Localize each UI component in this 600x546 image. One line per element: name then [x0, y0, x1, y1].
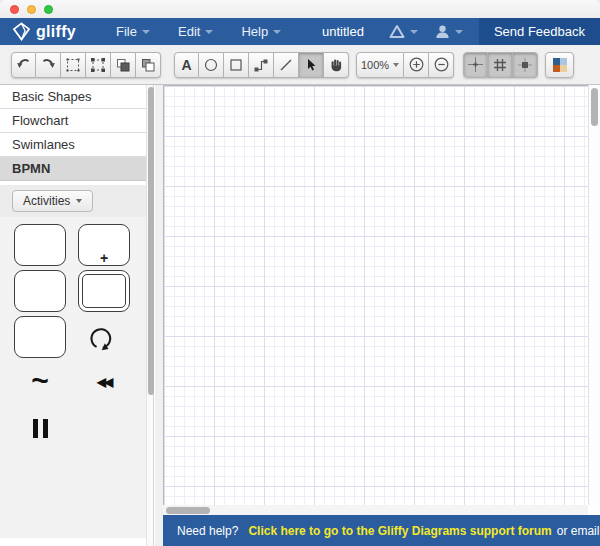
snap-to-grid-toggle[interactable]: [513, 52, 538, 78]
close-window-button[interactable]: [10, 5, 19, 14]
sidebar-item-swimlanes[interactable]: Swimlanes: [0, 133, 146, 157]
google-drive-icon: [388, 24, 406, 40]
shape-transaction-task[interactable]: [14, 270, 66, 312]
send-to-back-button[interactable]: [136, 52, 161, 78]
ellipse-icon: [203, 57, 219, 73]
user-icon: [434, 24, 451, 40]
sidebar-item-basic-shapes[interactable]: Basic Shapes: [0, 85, 146, 109]
help-footer: Need help? Click here to go to the Gliff…: [163, 515, 600, 546]
panel-divider: [155, 85, 163, 546]
shape-palette: + ~ ◀◀: [0, 217, 146, 538]
drawing-guides-toggle[interactable]: [463, 52, 488, 78]
show-grid-toggle[interactable]: [488, 52, 513, 78]
zoom-in-button[interactable]: [404, 52, 429, 78]
send-feedback-button[interactable]: Send Feedback: [479, 18, 600, 45]
redo-icon: [40, 57, 56, 73]
double-border-icon: [82, 274, 126, 308]
theme-picker-button[interactable]: [545, 52, 574, 78]
sidebar-item-bpmn[interactable]: BPMN: [0, 157, 146, 181]
minimize-window-button[interactable]: [27, 5, 36, 14]
gliffy-logo-text: gliffy: [36, 23, 76, 41]
shape-task[interactable]: [14, 224, 66, 266]
support-forum-link[interactable]: Click here to go to the Gliffy Diagrams …: [248, 524, 551, 538]
adhoc-marker[interactable]: ~: [14, 364, 66, 398]
chevron-down-icon: [205, 30, 213, 34]
pointer-cursor-icon: [303, 57, 319, 73]
hand-tool-button[interactable]: [324, 52, 349, 78]
line-tool-button[interactable]: [274, 52, 299, 78]
chevron-down-icon: [142, 30, 150, 34]
redo-button[interactable]: [36, 52, 61, 78]
rectangle-icon: [228, 57, 244, 73]
pointer-tool-button[interactable]: [299, 52, 324, 78]
connector-tool-button[interactable]: [249, 52, 274, 78]
canvas-vertical-scrollbar[interactable]: [588, 85, 600, 505]
need-help-label: Need help?: [177, 524, 238, 538]
chevron-down-icon: [393, 63, 399, 67]
theme-swatches-icon: [553, 58, 567, 72]
plus-marker-icon: +: [79, 251, 129, 265]
shape-collapsed-subprocess[interactable]: +: [78, 224, 130, 266]
text-tool-button[interactable]: A: [174, 52, 199, 78]
sidebar-scrollbar[interactable]: [146, 85, 154, 546]
crosshair-icon: [467, 56, 484, 73]
chevron-down-icon: [455, 30, 463, 34]
chevron-down-icon: [273, 30, 281, 34]
grid-icon: [492, 57, 508, 73]
user-account-menu[interactable]: [434, 24, 463, 40]
canvas-area: Need help? Click here to go to the Gliff…: [163, 85, 600, 546]
select-marquee-button[interactable]: [61, 52, 86, 78]
text-tool-icon: A: [181, 57, 191, 73]
drawing-canvas[interactable]: [163, 85, 588, 505]
undo-button[interactable]: [11, 52, 36, 78]
toolbar: A: [0, 45, 600, 85]
menu-help[interactable]: Help: [227, 18, 295, 45]
bpmn-category-area: Activities: [0, 185, 146, 217]
loop-arrow-icon: [87, 324, 115, 352]
loop-marker[interactable]: [87, 324, 115, 352]
support-email-text: or email support@gliffy.com: [557, 524, 600, 538]
titlebar: [0, 0, 600, 18]
connector-icon: [253, 57, 269, 73]
menu-help-label: Help: [241, 24, 268, 39]
canvas-horizontal-scrollbar-thumb[interactable]: [166, 507, 210, 514]
shape-event-subprocess[interactable]: [14, 316, 66, 358]
select-all-button[interactable]: [86, 52, 111, 78]
parallel-bar-icon: [33, 419, 38, 438]
shape-call-activity[interactable]: [78, 270, 130, 312]
zoom-level-value: 100%: [361, 59, 389, 71]
document-title[interactable]: untitled: [322, 24, 364, 39]
google-drive-menu[interactable]: [388, 24, 418, 40]
gliffy-logo: gliffy: [12, 22, 76, 41]
zoom-out-button[interactable]: [429, 52, 454, 78]
zoom-out-icon: [433, 56, 450, 73]
zoom-in-icon: [408, 56, 425, 73]
chevron-down-icon: [76, 199, 82, 203]
parallel-bar-icon: [43, 419, 48, 438]
hand-icon: [328, 57, 344, 73]
sidebar-scrollbar-thumb[interactable]: [148, 87, 154, 395]
canvas-horizontal-scrollbar[interactable]: [163, 505, 588, 515]
chevron-down-icon: [410, 30, 418, 34]
zoom-level-dropdown[interactable]: 100%: [356, 52, 404, 78]
menubar: gliffy File Edit Help untitled: [0, 18, 600, 45]
zoom-window-button[interactable]: [44, 5, 53, 14]
compensation-marker[interactable]: ◀◀: [78, 375, 130, 389]
ellipse-tool-button[interactable]: [199, 52, 224, 78]
menu-file[interactable]: File: [102, 18, 164, 45]
bring-to-front-icon: [115, 57, 131, 73]
group-select-icon: [90, 57, 106, 73]
gliffy-logo-icon: [12, 22, 31, 41]
undo-icon: [16, 57, 32, 73]
canvas-vertical-scrollbar-thumb[interactable]: [591, 88, 598, 126]
activities-dropdown[interactable]: Activities: [12, 190, 93, 212]
send-to-back-icon: [140, 57, 156, 73]
sidebar-item-flowchart[interactable]: Flowchart: [0, 109, 146, 133]
gliffy-window: gliffy File Edit Help untitled: [0, 0, 600, 546]
bring-to-front-button[interactable]: [111, 52, 136, 78]
parallel-marker[interactable]: [33, 419, 48, 438]
menu-edit[interactable]: Edit: [164, 18, 227, 45]
snap-to-grid-icon: [517, 57, 533, 73]
shape-library-panel: Basic Shapes Flowchart Swimlanes BPMN Ac…: [0, 85, 163, 546]
rectangle-tool-button[interactable]: [224, 52, 249, 78]
